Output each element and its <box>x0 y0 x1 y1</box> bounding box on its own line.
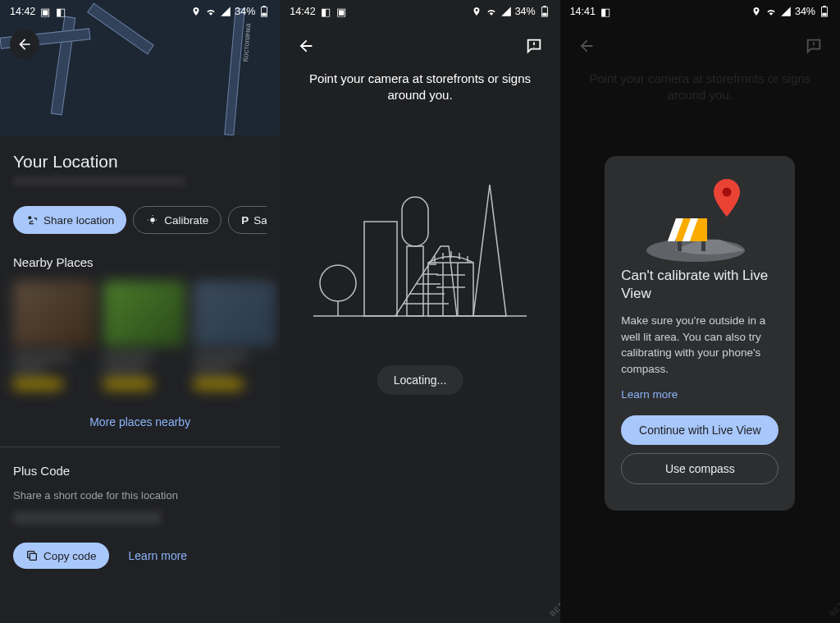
parking-icon: P <box>241 214 249 227</box>
screen-calibration-error: 14:41 ◧ 34% Point your camera at storefr… <box>560 0 840 623</box>
signal-icon <box>220 6 231 17</box>
image-icon: ▣ <box>39 6 51 17</box>
more-places-link[interactable]: More places nearby <box>13 405 267 447</box>
continue-live-view-button[interactable]: Continue with Live View <box>621 415 778 445</box>
image-icon: ▣ <box>336 6 347 17</box>
save-parking-chip[interactable]: P Save park <box>228 206 267 234</box>
status-time: 14:42 <box>10 6 35 17</box>
svg-rect-32 <box>822 13 826 16</box>
share-location-chip[interactable]: Share location <box>13 206 126 234</box>
svg-rect-8 <box>542 13 546 16</box>
nearby-card[interactable] <box>194 281 276 389</box>
chip-label: Save park <box>253 214 267 227</box>
chip-label: Share location <box>43 214 114 227</box>
battery-icon <box>819 6 830 17</box>
back-button[interactable] <box>10 30 39 59</box>
back-button[interactable] <box>291 31 321 61</box>
locating-status: Locating... <box>377 365 463 395</box>
status-time: 14:41 <box>570 6 596 17</box>
sim-icon: ◧ <box>600 6 611 17</box>
battery-text: 34% <box>235 6 255 17</box>
svg-rect-37 <box>678 241 682 251</box>
wifi-icon <box>765 6 777 17</box>
map-preview[interactable]: Костопачка 14:42 ▣ ◧ 34% <box>0 0 280 135</box>
wifi-icon <box>205 6 217 17</box>
battery-text: 34% <box>515 6 536 17</box>
signal-icon <box>500 6 512 17</box>
location-icon <box>471 6 482 17</box>
feedback-button[interactable] <box>519 31 549 61</box>
learn-more-link[interactable]: Learn more <box>621 388 778 401</box>
error-card: Can't calibrate with Live View Make sure… <box>605 156 795 511</box>
plus-code-redacted <box>13 511 161 525</box>
feedback-button[interactable] <box>799 31 829 61</box>
card-illustration <box>621 172 778 267</box>
battery-icon <box>539 6 550 17</box>
action-chip-row: Share location Calibrate P Save park <box>13 206 267 234</box>
learn-more-link[interactable]: Learn more <box>129 549 188 562</box>
svg-rect-12 <box>364 222 397 316</box>
sim-icon: ◧ <box>55 6 66 17</box>
city-illustration <box>313 181 527 320</box>
svg-rect-38 <box>701 241 705 251</box>
nearby-card[interactable] <box>13 281 95 389</box>
battery-icon <box>258 6 270 17</box>
feedback-icon <box>805 37 823 55</box>
map-street-label: Костопачка <box>241 23 252 62</box>
svg-rect-5 <box>30 553 36 560</box>
arrow-left-icon <box>578 37 596 55</box>
location-address-redacted <box>13 176 185 186</box>
signal-icon <box>780 6 792 17</box>
svg-point-39 <box>723 188 732 197</box>
svg-point-10 <box>320 265 356 301</box>
divider <box>0 447 280 447</box>
wifi-icon <box>486 6 497 17</box>
plus-code-subheading: Share a short code for this location <box>13 489 267 502</box>
svg-point-4 <box>151 218 154 222</box>
location-icon <box>190 6 202 17</box>
svg-point-3 <box>28 216 31 219</box>
feedback-icon <box>525 37 543 55</box>
instruction-text: Point your camera at storefronts or sign… <box>296 71 543 104</box>
back-button[interactable] <box>572 31 601 61</box>
chip-label: Copy code <box>43 550 97 562</box>
use-compass-button[interactable]: Use compass <box>621 453 778 484</box>
nearby-heading: Nearby Places <box>13 255 267 269</box>
svg-rect-1 <box>263 6 267 7</box>
copy-icon <box>25 549 39 562</box>
copy-code-button[interactable]: Copy code <box>13 543 109 569</box>
plus-code-heading: Plus Code <box>13 464 267 478</box>
screen-live-view-locating: 14:42 ◧ ▣ 34% Point your camera at store… <box>280 0 559 623</box>
sim-icon: ◧ <box>320 6 331 17</box>
status-time: 14:42 <box>290 6 315 17</box>
svg-rect-7 <box>543 6 546 7</box>
nearby-places-carousel[interactable] <box>13 281 267 389</box>
nearby-card[interactable] <box>103 281 185 389</box>
sheet-title: Your Location <box>13 152 267 172</box>
card-body: Make sure you're outside in a well lit a… <box>621 313 778 377</box>
svg-rect-31 <box>823 6 826 7</box>
chip-label: Calibrate <box>164 214 208 227</box>
calibrate-icon <box>146 213 159 227</box>
svg-rect-13 <box>402 197 428 246</box>
arrow-left-icon <box>16 36 33 53</box>
screen-your-location: Костопачка 14:42 ▣ ◧ 34% Your Location <box>0 0 280 623</box>
location-sheet: Your Location Share location Calibrate P… <box>0 135 280 623</box>
location-icon <box>751 6 762 17</box>
calibrate-chip[interactable]: Calibrate <box>133 206 221 234</box>
beta-badge: BETA <box>548 597 559 618</box>
battery-text: 34% <box>795 6 815 17</box>
svg-rect-2 <box>262 13 267 16</box>
svg-rect-14 <box>407 246 423 316</box>
share-icon <box>25 213 39 227</box>
arrow-left-icon <box>297 37 315 55</box>
svg-marker-15 <box>473 185 506 316</box>
card-title: Can't calibrate with Live View <box>621 267 778 303</box>
